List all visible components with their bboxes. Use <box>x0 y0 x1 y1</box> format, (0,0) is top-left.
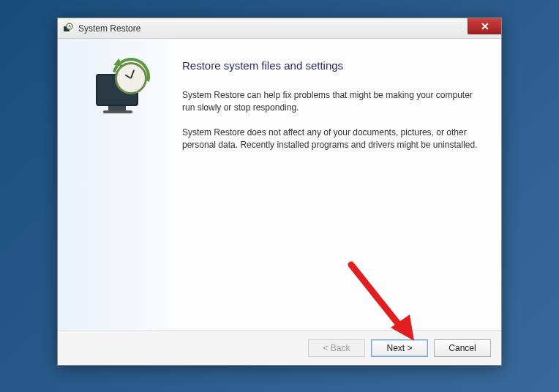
close-button[interactable]: ✕ <box>468 18 501 34</box>
cancel-button[interactable]: Cancel <box>434 339 491 357</box>
titlebar: System Restore ✕ <box>58 18 501 39</box>
restore-clock-graphic <box>81 59 151 118</box>
back-button: < Back <box>308 339 365 357</box>
close-icon: ✕ <box>481 20 489 32</box>
intro-paragraph-2: System Restore does not affect any of yo… <box>182 127 479 152</box>
sidebar-graphic-area <box>58 39 175 330</box>
page-heading: Restore system files and settings <box>182 59 479 72</box>
window-title: System Restore <box>78 23 140 34</box>
system-restore-icon <box>62 23 74 34</box>
next-button[interactable]: Next > <box>371 339 428 357</box>
content-area: Restore system files and settings System… <box>175 39 501 330</box>
system-restore-window: System Restore ✕ Restore system files an… <box>57 18 502 366</box>
dialog-footer: < Back Next > Cancel <box>58 330 501 365</box>
intro-paragraph-1: System Restore can help fix problems tha… <box>182 89 479 115</box>
dialog-body: Restore system files and settings System… <box>58 39 501 330</box>
